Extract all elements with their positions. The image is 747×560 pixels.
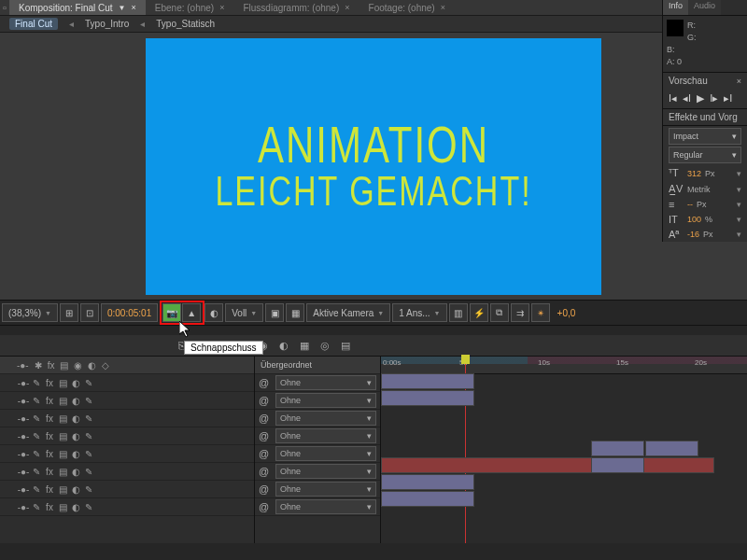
switch-icon[interactable]: ▤	[56, 396, 69, 406]
snapshot-button[interactable]: 📷	[162, 303, 181, 322]
filmstrip-button[interactable]: ▤	[336, 337, 355, 354]
switch-icon[interactable]: ▤	[56, 413, 69, 424]
comp-flowchart-button[interactable]: ⇉	[511, 303, 529, 322]
switch-icon[interactable]: ✎	[30, 449, 43, 459]
fx-switch[interactable]: fx	[43, 502, 56, 512]
roi-button[interactable]: ▣	[265, 303, 284, 322]
pickwhip-icon[interactable]: @	[259, 483, 275, 495]
font-size-field[interactable]: ᵀT312Px▾	[663, 165, 747, 181]
kerning-field[interactable]: A̲VMetrik▾	[663, 181, 747, 197]
layer-bar[interactable]	[645, 441, 698, 456]
fx-switch[interactable]: fx	[43, 484, 56, 495]
tab-info[interactable]: Info	[663, 0, 688, 15]
resolution-select[interactable]: Voll▼	[225, 303, 263, 322]
play-button[interactable]: ▶	[697, 92, 704, 105]
fx-switch[interactable]: fx	[43, 413, 56, 424]
fx-switch[interactable]: fx	[43, 396, 56, 406]
switch-icon[interactable]: ▤	[56, 502, 69, 512]
show-snapshot-button[interactable]: ▲	[182, 303, 201, 322]
exposure-value[interactable]: +0,0	[552, 304, 582, 321]
close-icon[interactable]: ×	[345, 3, 349, 12]
layer-switches-row[interactable]: -●-✎fx▤◐✎	[0, 498, 254, 516]
switch-icon[interactable]: ✎	[82, 467, 95, 477]
zoom-level[interactable]: (38,3%)▼	[2, 303, 58, 322]
switch-icon[interactable]: ◐	[69, 413, 82, 424]
switch-icon[interactable]: ✎	[30, 467, 43, 477]
switch-icon[interactable]: ✎	[82, 413, 95, 424]
layer-switches-row[interactable]: -●-✎fx▤◐✎	[0, 481, 254, 498]
layer-bar[interactable]	[381, 457, 714, 473]
close-icon[interactable]: ×	[737, 77, 741, 86]
first-frame-button[interactable]: I◂	[669, 92, 677, 105]
tab-audio[interactable]: Audio	[688, 0, 721, 15]
breadcrumb-item[interactable]: Final Cut	[9, 18, 58, 30]
pickwhip-icon[interactable]: @	[259, 395, 275, 406]
mask-button[interactable]: ⊡	[80, 303, 99, 322]
current-timecode[interactable]: 0:00:05:01	[101, 303, 158, 322]
switch-icon[interactable]: ✎	[82, 396, 95, 406]
breadcrumb-item[interactable]: Typo_Statisch	[156, 19, 215, 29]
switch-icon[interactable]: ▤	[56, 484, 69, 495]
switch-icon[interactable]: ◐	[69, 449, 82, 459]
layer-switches-row[interactable]: -●-✎fx▤◐✎	[0, 463, 254, 481]
vscale-field[interactable]: IT100%▾	[663, 212, 747, 227]
timeline-button[interactable]: ⧉	[490, 303, 509, 322]
tab-flowchart[interactable]: Flussdiagramm: (ohne) ×	[233, 0, 359, 15]
switch-icon[interactable]: ✎	[82, 378, 95, 388]
parent-select[interactable]: Ohne▾	[275, 464, 376, 479]
timeline-tracks[interactable]: 0:00s 5s 10s 15s 20s	[381, 357, 747, 543]
layer-switches-row[interactable]: -●-✎fx▤◐✎	[0, 410, 254, 427]
last-frame-button[interactable]: ▸I	[724, 92, 732, 105]
parent-select[interactable]: Ohne▾	[275, 411, 376, 426]
pickwhip-icon[interactable]: @	[259, 448, 275, 459]
switch-icon[interactable]: ◐	[69, 396, 82, 406]
switch-icon[interactable]: -●-	[17, 396, 30, 406]
switch-icon[interactable]: ◐	[69, 484, 82, 495]
tab-layer[interactable]: Ebene: (ohne) ×	[146, 0, 234, 15]
tab-footage[interactable]: Footage: (ohne) ×	[359, 0, 455, 15]
breadcrumb-item[interactable]: Typo_Intro	[85, 19, 129, 29]
switch-icon[interactable]: ◐	[69, 431, 82, 441]
leading-field[interactable]: ≡--Px▾	[663, 197, 747, 212]
close-icon[interactable]: ×	[132, 3, 136, 12]
switch-icon[interactable]: -●-	[17, 484, 30, 495]
tab-composition[interactable]: Komposition: Final Cut ▼ ×	[9, 0, 146, 15]
switch-icon[interactable]: ✎	[30, 484, 43, 495]
switch-icon[interactable]: ◐	[69, 378, 82, 388]
switch-icon[interactable]: ▤	[56, 449, 69, 459]
views-select[interactable]: 1 Ans...▼	[392, 303, 446, 322]
close-icon[interactable]: ×	[441, 3, 445, 12]
switch-icon[interactable]: ✎	[30, 431, 43, 441]
next-frame-button[interactable]: I▸	[710, 92, 718, 105]
switch-icon[interactable]: -●-	[17, 378, 30, 388]
chevron-down-icon[interactable]: ▼	[119, 4, 126, 12]
font-family-select[interactable]: Impact▾	[669, 128, 741, 145]
layer-bar[interactable]	[591, 457, 644, 473]
layer-bar[interactable]	[381, 474, 474, 490]
pixel-aspect-button[interactable]: ▥	[449, 303, 468, 322]
layer-switches-row[interactable]: -●-✎fx▤◐✎	[0, 445, 254, 463]
layer-bar[interactable]	[591, 441, 644, 456]
close-icon[interactable]: ×	[219, 3, 224, 12]
switch-icon[interactable]: ▤	[56, 431, 69, 441]
layer-bar[interactable]	[381, 373, 474, 389]
switch-icon[interactable]: ◐	[69, 467, 82, 477]
switch-icon[interactable]: ✎	[30, 502, 43, 512]
switch-icon[interactable]: ✎	[82, 449, 95, 459]
pickwhip-icon[interactable]: @	[259, 413, 275, 424]
switch-icon[interactable]: -●-	[17, 431, 30, 441]
switch-icon[interactable]: ✎	[30, 378, 43, 388]
switch-icon[interactable]: ✎	[30, 396, 43, 406]
switch-icon[interactable]: ✎	[82, 431, 95, 441]
exposure-reset-button[interactable]: ✴	[531, 303, 550, 322]
parent-select[interactable]: Ohne▾	[275, 446, 376, 461]
grid-button[interactable]: ⊞	[60, 303, 78, 322]
switch-icon[interactable]: ▤	[56, 467, 69, 477]
switch-icon[interactable]: ✎	[82, 484, 95, 495]
prev-frame-button[interactable]: ◂I	[683, 92, 691, 105]
fx-switch[interactable]: fx	[43, 378, 56, 388]
pickwhip-icon[interactable]: @	[259, 430, 275, 441]
layer-switches-row[interactable]: -●-✎fx▤◐✎	[0, 392, 254, 410]
camera-select[interactable]: Aktive Kamera▼	[306, 303, 390, 322]
baseline-field[interactable]: Aª-16Px▾	[663, 227, 747, 242]
